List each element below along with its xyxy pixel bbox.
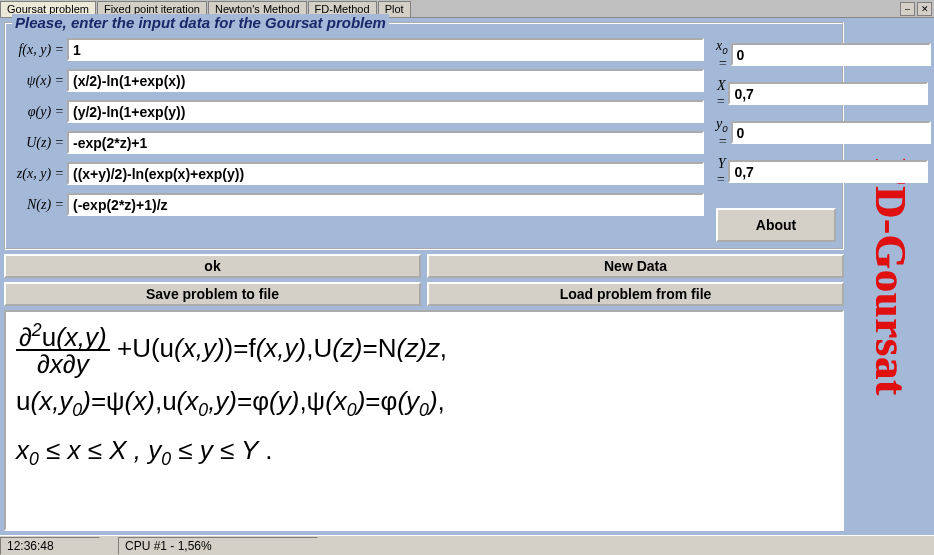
phi-input[interactable] <box>67 100 704 123</box>
load-button[interactable]: Load problem from file <box>427 282 844 306</box>
f-input[interactable] <box>67 38 704 61</box>
group-title: Please, enter the input data for the Gou… <box>12 14 389 31</box>
equation-panel: ∂2u(x,y)∂x∂y +U(u(x,y))=f(x,y),U(z)=N(z)… <box>4 310 844 531</box>
x0-input[interactable] <box>731 43 931 66</box>
client-area: Please, enter the input data for the Gou… <box>0 18 934 535</box>
ok-button[interactable]: ok <box>4 254 421 278</box>
app-window: Goursat problem Fixed point iteration Ne… <box>0 0 934 555</box>
phi-label: φ(y) = <box>12 104 64 120</box>
brand-text: FD-Goursat <box>865 158 916 395</box>
psi-label: ψ(x) = <box>12 73 64 89</box>
status-bar: 12:36:48 CPU #1 - 1,56% <box>0 535 934 555</box>
status-cpu: CPU #1 - 1,56% <box>118 537 318 555</box>
X-input[interactable] <box>728 82 928 105</box>
new-data-button[interactable]: New Data <box>427 254 844 278</box>
bounds-column: x0 = X = y0 = Y = About <box>716 32 836 242</box>
N-input[interactable] <box>67 193 704 216</box>
X-label: X = <box>716 78 725 110</box>
N-label: N(z) = <box>12 197 64 213</box>
close-button[interactable]: ✕ <box>917 2 932 16</box>
f-label: f(x, y) = <box>12 42 64 58</box>
save-button[interactable]: Save problem to file <box>4 282 421 306</box>
Y-input[interactable] <box>728 160 928 183</box>
z-label: z(x, y) = <box>12 166 64 182</box>
z-input[interactable] <box>67 162 704 185</box>
minimize-button[interactable]: – <box>900 2 915 16</box>
psi-input[interactable] <box>67 69 704 92</box>
button-row-2: Save problem to file Load problem from f… <box>4 282 844 306</box>
button-row-1: ok New Data <box>4 254 844 278</box>
status-time: 12:36:48 <box>0 537 100 555</box>
U-label: U(z) = <box>12 135 64 151</box>
Y-label: Y = <box>716 156 725 188</box>
y0-label: y0 = <box>716 116 728 150</box>
x0-label: x0 = <box>716 38 728 72</box>
about-button[interactable]: About <box>716 208 836 242</box>
y0-input[interactable] <box>731 121 931 144</box>
input-group: Please, enter the input data for the Gou… <box>4 22 844 250</box>
U-input[interactable] <box>67 131 704 154</box>
function-fields: f(x, y) = ψ(x) = φ(y) = U(z) = z(x, y) =… <box>12 32 704 242</box>
main-panel: Please, enter the input data for the Gou… <box>4 22 844 531</box>
